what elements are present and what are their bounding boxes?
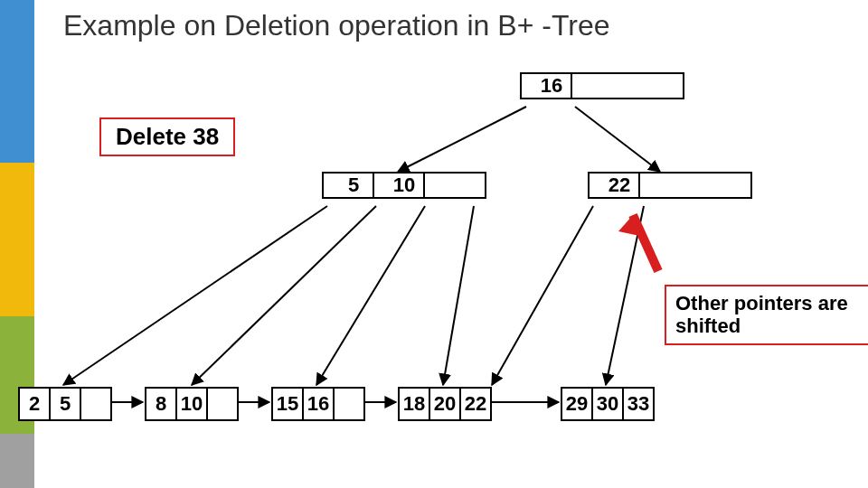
- leaf-cell: [81, 389, 110, 419]
- edge-il-leaf1: [192, 206, 376, 385]
- edge-il-leaf2: [316, 206, 425, 385]
- leaf-cell: 30: [593, 389, 624, 419]
- leaf-cell: 10: [177, 389, 208, 419]
- root-key-0: 16: [533, 74, 572, 98]
- edge-ir-leaf3b: [492, 206, 593, 385]
- root-node: 16: [520, 72, 684, 99]
- leaf-cell: 8: [146, 389, 177, 419]
- edge-ir-leaf4: [606, 206, 644, 385]
- internal-left-key-0: 5: [335, 174, 374, 197]
- internal-right-key-0: 22: [600, 174, 640, 197]
- sidebar-seg-yellow: [0, 163, 34, 316]
- leaf-cell: 16: [304, 389, 335, 419]
- leaf-cell: [208, 389, 237, 419]
- internal-left-key-1: 10: [385, 174, 425, 197]
- internal-left-node: 5 10: [322, 172, 486, 199]
- edge-il-leaf3: [443, 206, 474, 385]
- leaf-cell: 22: [461, 389, 490, 419]
- red-shift-arrow-icon: [618, 215, 658, 271]
- edge-root-left: [398, 107, 526, 172]
- leaf-cell: 29: [562, 389, 593, 419]
- leaf-cell: [335, 389, 363, 419]
- leaf-cell: 33: [624, 389, 653, 419]
- edge-il-leaf0: [63, 206, 327, 385]
- slide-title: Example on Deletion operation in B+ -Tre…: [63, 9, 609, 42]
- leaf-0: 2 5: [18, 387, 112, 421]
- sidebar-seg-gray: [0, 434, 34, 488]
- leaf-cell: 5: [51, 389, 81, 419]
- operation-box: Delete 38: [99, 117, 235, 156]
- leaf-3: 18 20 22: [398, 387, 492, 421]
- leaf-cell: 15: [273, 389, 304, 419]
- edge-root-right: [575, 107, 660, 172]
- leaf-1: 8 10: [145, 387, 239, 421]
- leaf-cell: 20: [430, 389, 461, 419]
- sidebar-seg-blue: [0, 0, 34, 163]
- svg-marker-1: [618, 215, 644, 237]
- leaf-cell: 2: [20, 389, 51, 419]
- svg-line-0: [633, 215, 658, 271]
- annotation-box: Other pointers are shifted: [665, 285, 868, 345]
- leaf-4: 29 30 33: [561, 387, 655, 421]
- leaf-2: 15 16: [271, 387, 365, 421]
- internal-right-node: 22: [588, 172, 752, 199]
- leaf-cell: 18: [400, 389, 430, 419]
